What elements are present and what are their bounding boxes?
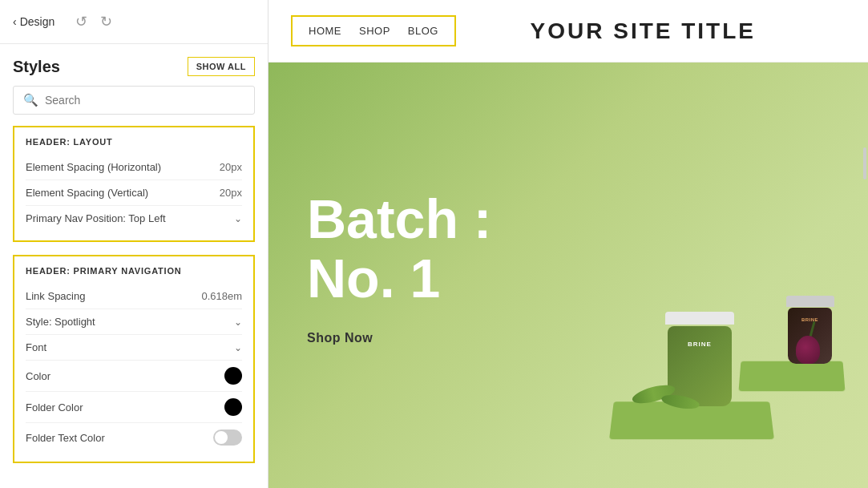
primary-nav-chevron-icon: ⌄	[234, 213, 242, 224]
redo-button[interactable]: ↻	[99, 11, 114, 32]
color-label: Color	[26, 370, 50, 382]
undo-button[interactable]: ↺	[74, 11, 89, 32]
beet	[796, 336, 820, 364]
folder-color-label: Folder Color	[26, 401, 83, 413]
jar-small-label: BRINE	[801, 317, 818, 322]
left-panel: ‹ Design ↺ ↻ Styles SHOW ALL 🔍 HEADER: L…	[0, 0, 268, 488]
font-chevron-icon: ⌄	[234, 342, 242, 353]
shelf-right	[738, 361, 845, 392]
folder-text-color-toggle[interactable]	[213, 430, 242, 446]
hero-heading-line2: No. 1	[307, 249, 491, 309]
hero-heading-line1: Batch :	[307, 189, 491, 249]
folder-text-color-label: Folder Text Color	[26, 432, 105, 444]
brine-jar: BRINE	[668, 312, 732, 408]
search-icon: 🔍	[23, 93, 38, 107]
color-row[interactable]: Color	[26, 361, 242, 392]
nav-blog[interactable]: BLOG	[408, 25, 438, 37]
folder-text-color-row[interactable]: Folder Text Color	[26, 423, 242, 452]
back-chevron-icon: ‹	[13, 15, 17, 28]
link-spacing-row: Link Spacing 0.618em	[26, 284, 242, 309]
jar-lid	[665, 312, 734, 325]
link-spacing-label: Link Spacing	[26, 290, 85, 302]
search-input[interactable]	[45, 94, 244, 107]
link-spacing-value: 0.618em	[201, 290, 242, 302]
back-label: Design	[20, 15, 55, 28]
header-nav-title: HEADER: PRIMARY NAVIGATION	[26, 266, 242, 276]
preview-hero: Batch : No. 1 Shop Now BRINE BR	[268, 63, 868, 488]
element-spacing-horizontal-value: 20px	[220, 161, 242, 173]
back-button[interactable]: ‹ Design	[13, 15, 55, 28]
nav-home[interactable]: HOME	[309, 25, 341, 37]
top-bar: ‹ Design ↺ ↻	[0, 0, 268, 44]
primary-nav-position-row[interactable]: Primary Nav Position: Top Left ⌄	[26, 206, 242, 231]
undo-redo-group: ↺ ↻	[74, 11, 114, 32]
header-layout-title: HEADER: LAYOUT	[26, 137, 242, 147]
panel-header: Styles SHOW ALL	[0, 44, 268, 86]
primary-nav-position-label: Primary Nav Position: Top Left	[26, 212, 166, 224]
element-spacing-vertical-value: 20px	[220, 187, 242, 199]
hero-text: Batch : No. 1 Shop Now	[307, 189, 491, 346]
element-spacing-horizontal-label: Element Spacing (Horizontal)	[26, 161, 161, 173]
style-spotlight-row[interactable]: Style: Spotlight ⌄	[26, 309, 242, 335]
style-chevron-icon: ⌄	[234, 317, 242, 328]
site-title: YOUR SITE TITLE	[531, 18, 756, 44]
panel-content: HEADER: LAYOUT Element Spacing (Horizont…	[0, 126, 268, 488]
panel-title: Styles	[13, 58, 60, 76]
jar-small-lid	[786, 296, 834, 307]
folder-color-row[interactable]: Folder Color	[26, 392, 242, 423]
shop-now-button[interactable]: Shop Now	[307, 332, 373, 346]
show-all-button[interactable]: SHOW ALL	[188, 57, 255, 76]
element-spacing-horizontal-row: Element Spacing (Horizontal) 20px	[26, 155, 242, 180]
nav-shop[interactable]: SHOP	[359, 25, 390, 37]
header-layout-section: HEADER: LAYOUT Element Spacing (Horizont…	[13, 126, 255, 242]
right-panel: HOME SHOP BLOG YOUR SITE TITLE Batch : N…	[268, 0, 868, 488]
font-row[interactable]: Font ⌄	[26, 335, 242, 361]
element-spacing-vertical-row: Element Spacing (Vertical) 20px	[26, 180, 242, 206]
font-label: Font	[26, 341, 46, 353]
element-spacing-vertical-label: Element Spacing (Vertical)	[26, 187, 148, 199]
header-nav-section: HEADER: PRIMARY NAVIGATION Link Spacing …	[13, 255, 255, 463]
nav-box: HOME SHOP BLOG	[291, 15, 456, 46]
jar-label: BRINE	[688, 341, 712, 348]
style-spotlight-label: Style: Spotlight	[26, 316, 95, 328]
folder-color-dot[interactable]	[224, 398, 242, 416]
hero-illustration: BRINE BRINE	[508, 63, 868, 488]
color-dot[interactable]	[224, 367, 242, 385]
jar-body: BRINE	[668, 326, 732, 406]
preview-header: HOME SHOP BLOG YOUR SITE TITLE	[268, 0, 868, 63]
search-bar: 🔍	[13, 86, 255, 115]
hero-heading: Batch : No. 1	[307, 189, 491, 309]
